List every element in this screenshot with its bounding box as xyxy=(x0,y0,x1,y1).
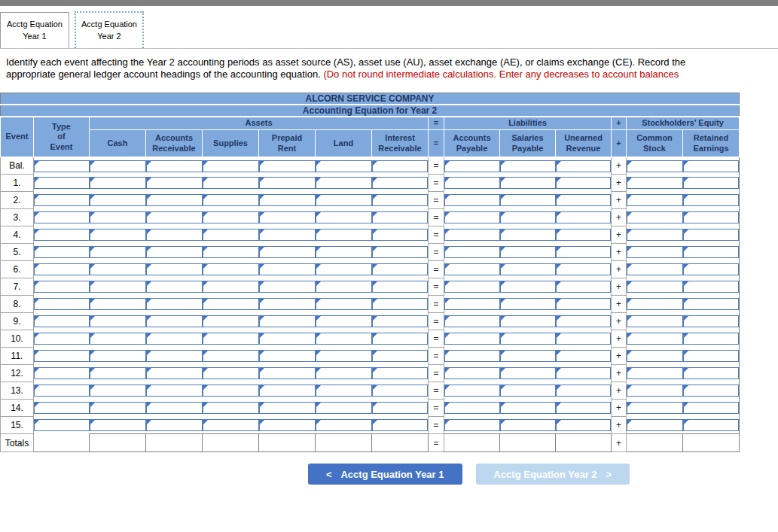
input-supplies[interactable] xyxy=(203,333,259,345)
input-unearned-revenue[interactable] xyxy=(556,263,612,275)
input-retained-earnings[interactable] xyxy=(683,333,740,345)
input-cash[interactable] xyxy=(90,229,146,241)
input-interest-receivable[interactable] xyxy=(372,263,429,275)
input-accounts-receivable[interactable] xyxy=(146,315,203,327)
input-retained-earnings[interactable] xyxy=(683,315,740,327)
input-prepaid-rent[interactable] xyxy=(259,385,316,397)
input-type-of-event[interactable] xyxy=(34,246,90,258)
input-retained-earnings[interactable] xyxy=(683,281,740,293)
input-cash[interactable] xyxy=(90,263,146,275)
input-interest-receivable[interactable] xyxy=(372,315,429,327)
input-common-stock[interactable] xyxy=(627,160,683,172)
input-land[interactable] xyxy=(316,298,372,310)
input-supplies[interactable] xyxy=(203,281,259,293)
input-salaries-payable[interactable] xyxy=(500,160,556,172)
input-unearned-revenue[interactable] xyxy=(556,281,612,293)
input-cash[interactable] xyxy=(90,177,146,189)
input-salaries-payable[interactable] xyxy=(500,298,556,310)
input-type-of-event[interactable] xyxy=(34,194,90,206)
input-supplies[interactable] xyxy=(203,402,259,414)
input-cash[interactable] xyxy=(90,385,146,397)
input-accounts-receivable[interactable] xyxy=(146,298,203,310)
input-accounts-payable[interactable] xyxy=(444,333,500,345)
tab-acctg-equation-year-2[interactable]: Acctg Equation Year 2 xyxy=(75,11,144,48)
input-interest-receivable[interactable] xyxy=(372,194,429,206)
input-accounts-payable[interactable] xyxy=(444,385,500,397)
input-unearned-revenue[interactable] xyxy=(556,194,612,206)
input-accounts-receivable[interactable] xyxy=(146,246,203,258)
input-cash[interactable] xyxy=(90,298,146,310)
input-accounts-payable[interactable] xyxy=(444,281,500,293)
input-supplies[interactable] xyxy=(203,350,259,362)
input-cash[interactable] xyxy=(90,281,146,293)
input-common-stock[interactable] xyxy=(627,402,683,414)
input-supplies[interactable] xyxy=(203,194,259,206)
input-salaries-payable[interactable] xyxy=(500,211,556,223)
input-accounts-receivable[interactable] xyxy=(146,211,203,223)
input-retained-earnings[interactable] xyxy=(683,402,740,414)
input-unearned-revenue[interactable] xyxy=(556,350,612,362)
input-interest-receivable[interactable] xyxy=(372,333,429,345)
input-interest-receivable[interactable] xyxy=(372,281,429,293)
input-supplies[interactable] xyxy=(203,160,259,172)
input-supplies[interactable] xyxy=(203,298,259,310)
input-common-stock[interactable] xyxy=(627,350,683,362)
input-unearned-revenue[interactable] xyxy=(556,298,612,310)
input-common-stock[interactable] xyxy=(627,194,683,206)
input-accounts-payable[interactable] xyxy=(444,160,500,172)
input-interest-receivable[interactable] xyxy=(372,298,429,310)
input-common-stock[interactable] xyxy=(627,298,683,310)
acctg-equation-year-2-button[interactable]: Acctg Equation Year 2 > xyxy=(476,464,630,485)
input-retained-earnings[interactable] xyxy=(683,229,740,241)
input-cash[interactable] xyxy=(90,194,146,206)
input-unearned-revenue[interactable] xyxy=(556,315,612,327)
input-land[interactable] xyxy=(316,402,372,414)
input-land[interactable] xyxy=(316,385,372,397)
input-prepaid-rent[interactable] xyxy=(259,194,316,206)
input-unearned-revenue[interactable] xyxy=(556,402,612,414)
input-common-stock[interactable] xyxy=(627,419,683,431)
input-cash[interactable] xyxy=(90,419,146,431)
input-land[interactable] xyxy=(316,229,372,241)
input-unearned-revenue[interactable] xyxy=(556,229,612,241)
input-unearned-revenue[interactable] xyxy=(556,367,612,379)
input-type-of-event[interactable] xyxy=(34,333,90,345)
input-prepaid-rent[interactable] xyxy=(259,315,316,327)
input-land[interactable] xyxy=(316,263,372,275)
input-type-of-event[interactable] xyxy=(34,419,90,431)
input-supplies[interactable] xyxy=(203,177,259,189)
input-common-stock[interactable] xyxy=(627,367,683,379)
input-interest-receivable[interactable] xyxy=(372,402,429,414)
input-retained-earnings[interactable] xyxy=(683,350,740,362)
input-common-stock[interactable] xyxy=(627,315,683,327)
input-land[interactable] xyxy=(316,211,372,223)
input-common-stock[interactable] xyxy=(627,333,683,345)
input-type-of-event[interactable] xyxy=(34,402,90,414)
input-type-of-event[interactable] xyxy=(34,298,90,310)
input-interest-receivable[interactable] xyxy=(372,229,429,241)
input-common-stock[interactable] xyxy=(627,385,683,397)
input-accounts-payable[interactable] xyxy=(444,315,500,327)
input-prepaid-rent[interactable] xyxy=(259,333,316,345)
input-accounts-payable[interactable] xyxy=(444,211,500,223)
input-accounts-payable[interactable] xyxy=(444,246,500,258)
input-type-of-event[interactable] xyxy=(34,263,90,275)
input-common-stock[interactable] xyxy=(627,211,683,223)
input-interest-receivable[interactable] xyxy=(372,385,429,397)
input-accounts-receivable[interactable] xyxy=(146,177,203,189)
input-unearned-revenue[interactable] xyxy=(556,246,612,258)
input-type-of-event[interactable] xyxy=(34,315,90,327)
input-type-of-event[interactable] xyxy=(34,281,90,293)
input-cash[interactable] xyxy=(90,333,146,345)
input-interest-receivable[interactable] xyxy=(372,160,429,172)
input-retained-earnings[interactable] xyxy=(683,263,740,275)
input-accounts-receivable[interactable] xyxy=(146,194,203,206)
input-prepaid-rent[interactable] xyxy=(259,419,316,431)
input-accounts-receivable[interactable] xyxy=(146,350,203,362)
input-salaries-payable[interactable] xyxy=(500,367,556,379)
input-salaries-payable[interactable] xyxy=(500,419,556,431)
input-accounts-payable[interactable] xyxy=(444,350,500,362)
input-prepaid-rent[interactable] xyxy=(259,229,316,241)
input-land[interactable] xyxy=(316,350,372,362)
input-common-stock[interactable] xyxy=(627,263,683,275)
